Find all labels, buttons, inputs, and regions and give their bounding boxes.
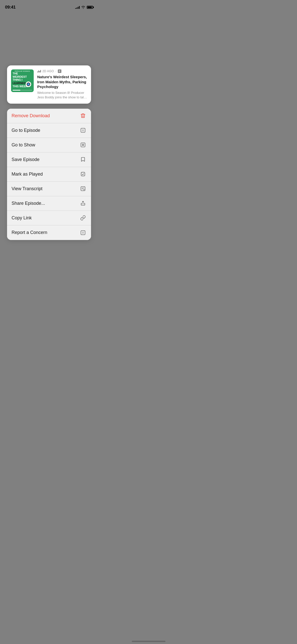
audio-bars-icon — [37, 70, 41, 72]
menu-item-share-episode[interactable]: Share Episode... — [7, 196, 91, 211]
artwork-label: POPULAR SCIENCE — [13, 70, 32, 72]
menu-item-remove-download[interactable]: Remove Download — [7, 109, 91, 123]
report-icon — [79, 229, 87, 236]
podcast-info: 2D AGO · E Nature's Weirdest Sleepers, I… — [37, 69, 87, 100]
menu-item-report-concern[interactable]: Report a Concern — [7, 225, 91, 240]
menu-item-save-episode[interactable]: Save Episode — [7, 152, 91, 167]
status-time: 09:41 — [5, 5, 16, 10]
svg-rect-4 — [81, 172, 85, 176]
share-icon — [79, 200, 87, 207]
explicit-badge: E — [58, 69, 61, 73]
artwork-eye — [26, 82, 31, 87]
podcast-title: Nature's Weirdest Sleepers, Iron Maiden … — [37, 74, 87, 89]
status-icons — [75, 6, 93, 9]
podcast-description: Welcome to Season 8! Producer Jess Boddy… — [37, 91, 87, 100]
menu-item-go-to-show[interactable]: Go to Show — [7, 138, 91, 152]
svg-point-3 — [83, 145, 83, 145]
bookmark-icon — [79, 156, 87, 163]
podcast-card: POPULAR SCIENCE THEWEIRDESTTHING ILEARNE… — [7, 65, 91, 104]
menu-item-view-transcript[interactable]: View Transcript — [7, 182, 91, 196]
mark-as-played-label: Mark as Played — [12, 172, 43, 177]
view-transcript-label: View Transcript — [12, 186, 43, 191]
context-menu: Remove Download Go to Episode Go to Show — [7, 109, 91, 240]
signal-icon — [75, 6, 80, 9]
podcast-icon — [79, 141, 87, 148]
menu-item-copy-link[interactable]: Copy Link — [7, 211, 91, 225]
report-concern-label: Report a Concern — [12, 230, 47, 235]
podcast-time-ago: 2D AGO — [43, 69, 54, 73]
link-icon — [79, 214, 87, 221]
podcast-meta: 2D AGO · E — [37, 69, 87, 73]
go-to-show-label: Go to Show — [12, 142, 35, 148]
share-episode-label: Share Episode... — [12, 201, 45, 206]
menu-item-mark-as-played[interactable]: Mark as Played — [7, 167, 91, 182]
svg-rect-5 — [81, 187, 85, 191]
transcript-icon — [79, 185, 87, 192]
go-to-episode-label: Go to Episode — [12, 128, 40, 133]
info-square-icon — [79, 127, 87, 134]
check-square-icon — [79, 171, 87, 178]
artwork-progress — [13, 90, 32, 91]
battery-icon — [87, 6, 93, 9]
wifi-icon — [81, 6, 85, 9]
status-bar: 09:41 — [0, 0, 98, 13]
copy-link-label: Copy Link — [12, 215, 32, 221]
podcast-artwork: POPULAR SCIENCE THEWEIRDESTTHING ILEARNE… — [11, 69, 34, 92]
menu-item-go-to-episode[interactable]: Go to Episode — [7, 123, 91, 138]
remove-download-label: Remove Download — [12, 113, 50, 118]
save-episode-label: Save Episode — [12, 157, 39, 162]
podcast-meta-separator: · — [55, 69, 56, 73]
trash-icon — [79, 112, 87, 119]
